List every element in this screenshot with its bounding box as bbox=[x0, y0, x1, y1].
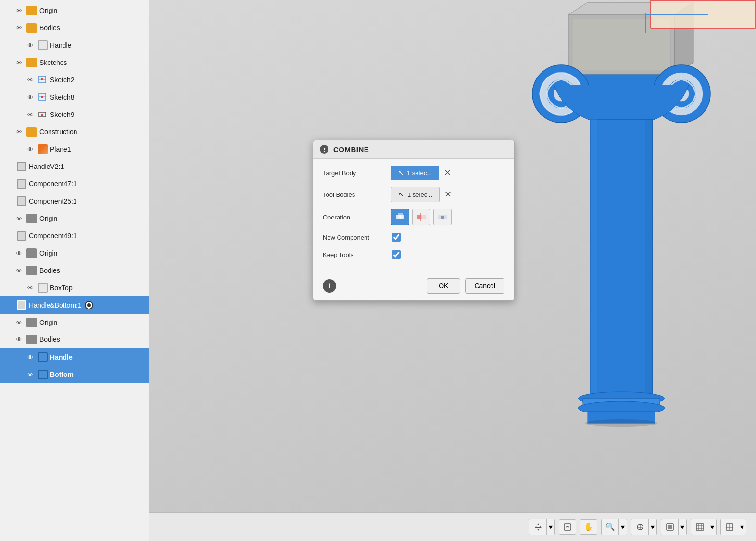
eye-icon-sketches[interactable]: 👁 bbox=[13, 57, 24, 68]
sidebar-item-origin-4[interactable]: 👁 Origin bbox=[0, 314, 149, 331]
sidebar-item-handle-bottom[interactable]: Handle&Bottom:1 bbox=[0, 296, 149, 314]
label-origin-4: Origin bbox=[39, 319, 57, 326]
tool-bodies-label: Tool Bodies bbox=[323, 191, 385, 198]
tool-bodies-select-button[interactable]: ↖ 1 selec... bbox=[391, 187, 440, 202]
grid-dropdown-button[interactable]: ▾ bbox=[708, 519, 716, 535]
sidebar-item-handle[interactable]: 👁 Handle bbox=[0, 37, 149, 54]
sidebar-item-handlev2[interactable]: HandleV2:1 bbox=[0, 158, 149, 175]
folder-icon-origin-2 bbox=[26, 214, 37, 223]
sidebar-item-sketch2[interactable]: 👁 Sketch2 bbox=[0, 71, 149, 89]
sidebar-item-handle-body[interactable]: 👁 Handle bbox=[0, 348, 149, 366]
view-button[interactable] bbox=[721, 519, 738, 535]
tool-bodies-value: 1 selec... bbox=[407, 191, 432, 198]
tool-bodies-clear-button[interactable]: ✕ bbox=[442, 188, 454, 201]
component-icon-component49 bbox=[17, 231, 26, 241]
eye-icon-construction[interactable]: 👁 bbox=[13, 127, 24, 137]
component-icon-component25 bbox=[17, 196, 26, 206]
svg-rect-27 bbox=[645, 119, 653, 399]
cancel-button[interactable]: Cancel bbox=[465, 278, 504, 294]
eye-icon-sketch8[interactable]: 👁 bbox=[25, 92, 36, 103]
sidebar-item-construction[interactable]: 👁 Construction bbox=[0, 123, 149, 141]
cursor-icon-tool: ↖ bbox=[398, 190, 404, 199]
eye-icon-bottom-body[interactable]: 👁 bbox=[25, 369, 36, 380]
sidebar-item-sketch8[interactable]: 👁 Sketch8 bbox=[0, 89, 149, 106]
sidebar-item-origin-1[interactable]: 👁 Origin bbox=[0, 2, 149, 19]
operation-label: Operation bbox=[323, 214, 385, 221]
target-body-row: Target Body ↖ 1 selec... ✕ bbox=[323, 166, 504, 180]
ok-button[interactable]: OK bbox=[427, 278, 460, 294]
dialog-footer: i OK Cancel bbox=[313, 273, 514, 300]
new-component-checkbox[interactable] bbox=[392, 233, 401, 242]
eye-icon-plane1[interactable]: 👁 bbox=[25, 144, 36, 155]
eye-icon-handle[interactable]: 👁 bbox=[25, 40, 36, 51]
tool-bodies-row: Tool Bodies ↖ 1 selec... ✕ bbox=[323, 187, 504, 202]
folder-icon-origin-1 bbox=[26, 6, 37, 15]
eye-icon-origin-4[interactable]: 👁 bbox=[13, 317, 24, 328]
new-component-checkbox-cell bbox=[391, 232, 402, 243]
svg-rect-40 bbox=[421, 215, 426, 219]
keep-tools-checkbox[interactable] bbox=[392, 250, 401, 259]
zoom-in-button[interactable]: 🔍 bbox=[602, 519, 619, 535]
eye-icon-bodies-2[interactable]: 👁 bbox=[13, 265, 24, 276]
plane-icon-plane1 bbox=[38, 144, 48, 154]
grid-button[interactable] bbox=[691, 519, 708, 535]
folder-icon-bodies-1 bbox=[26, 23, 37, 33]
bottom-toolbar: ▾ ✋ 🔍 ▾ ▾ bbox=[149, 512, 756, 541]
move-dropdown-button[interactable]: ▾ bbox=[547, 519, 554, 535]
label-component47: Component47:1 bbox=[29, 180, 77, 188]
eye-icon-origin-2[interactable]: 👁 bbox=[13, 213, 24, 224]
cursor-icon-target: ↖ bbox=[398, 168, 404, 177]
eye-icon-origin-3[interactable]: 👁 bbox=[13, 248, 24, 258]
record-icon-handle-bottom[interactable] bbox=[85, 301, 93, 309]
column-shaft bbox=[590, 119, 653, 399]
zoom-fit-dropdown-button[interactable]: ▾ bbox=[649, 519, 656, 535]
sidebar-item-component49[interactable]: Component49:1 bbox=[0, 227, 149, 245]
eye-icon-sketch2[interactable]: 👁 bbox=[25, 75, 36, 85]
sidebar-item-plane1[interactable]: 👁 Plane1 bbox=[0, 141, 149, 158]
eye-icon-handle-body[interactable]: 👁 bbox=[25, 352, 36, 362]
target-body-clear-button[interactable]: ✕ bbox=[442, 167, 453, 179]
sidebar-item-bodies-2[interactable]: 👁 Bodies bbox=[0, 262, 149, 279]
zoom-dropdown-button[interactable]: ▾ bbox=[619, 519, 627, 535]
eye-icon-origin-1[interactable]: 👁 bbox=[13, 5, 24, 16]
dialog-header-icon bbox=[320, 145, 328, 154]
operation-intersect-button[interactable] bbox=[433, 209, 452, 225]
keep-tools-row: Keep Tools bbox=[323, 249, 504, 260]
view-dropdown-button[interactable]: ▾ bbox=[738, 519, 746, 535]
component-icon-component47 bbox=[17, 179, 26, 189]
sidebar-item-origin-2[interactable]: 👁 Origin bbox=[0, 210, 149, 227]
sidebar-item-origin-3[interactable]: 👁 Origin bbox=[0, 245, 149, 262]
sidebar-item-sketch9[interactable]: 👁 Sketch9 bbox=[0, 106, 149, 123]
label-origin-1: Origin bbox=[39, 7, 57, 14]
sidebar-item-bottom-body[interactable]: 👁 Bottom bbox=[0, 366, 149, 383]
eye-icon-bodies-1[interactable]: 👁 bbox=[13, 23, 24, 33]
eye-icon-bodies-3[interactable]: 👁 bbox=[13, 334, 24, 345]
svg-rect-55 bbox=[696, 524, 703, 530]
component-icon-handle-bottom bbox=[17, 300, 26, 310]
sidebar-item-bodies-3[interactable]: 👁 Bodies bbox=[0, 331, 149, 348]
svg-rect-45 bbox=[564, 524, 571, 530]
move-button[interactable] bbox=[529, 519, 547, 535]
sidebar-item-sketches[interactable]: 👁 Sketches bbox=[0, 54, 149, 71]
svg-rect-34 bbox=[324, 148, 325, 150]
sidebar-item-boxtop[interactable]: 👁 BoxTop bbox=[0, 279, 149, 296]
eye-icon-boxtop[interactable]: 👁 bbox=[25, 283, 36, 293]
display-button[interactable] bbox=[661, 519, 679, 535]
label-bodies-1: Bodies bbox=[39, 24, 60, 32]
eye-icon-sketch9[interactable]: 👁 bbox=[25, 109, 36, 120]
dialog-title: COMBINE bbox=[333, 145, 369, 154]
zoom-fit-button[interactable] bbox=[631, 519, 649, 535]
sidebar-item-component25[interactable]: Component25:1 bbox=[0, 193, 149, 210]
label-handle-bottom: Handle&Bottom:1 bbox=[29, 301, 82, 309]
target-body-select-button[interactable]: ↖ 1 selec... bbox=[391, 166, 439, 180]
sidebar-item-bodies-1[interactable]: 👁 Bodies bbox=[0, 19, 149, 37]
label-sketch2: Sketch2 bbox=[50, 76, 75, 84]
operation-join-button[interactable] bbox=[391, 209, 409, 225]
label-sketch8: Sketch8 bbox=[50, 93, 75, 101]
sidebar-item-component47[interactable]: Component47:1 bbox=[0, 175, 149, 193]
display-dropdown-button[interactable]: ▾ bbox=[679, 519, 686, 535]
operation-cut-button[interactable] bbox=[412, 209, 430, 225]
orbit-button[interactable] bbox=[559, 519, 576, 535]
info-button[interactable]: i bbox=[323, 279, 336, 293]
pan-button[interactable]: ✋ bbox=[580, 519, 597, 535]
